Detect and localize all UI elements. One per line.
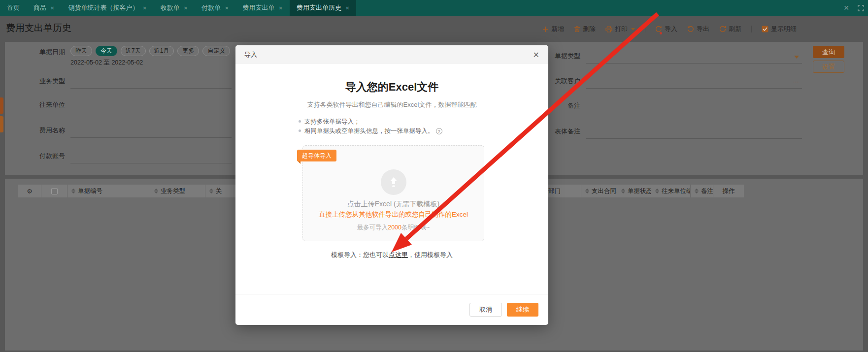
sort-icon[interactable]	[655, 189, 659, 193]
fullscreen-icon[interactable]	[858, 0, 864, 16]
sort-icon[interactable]	[209, 189, 213, 193]
printer-icon	[605, 26, 612, 32]
col-actions: 操作	[713, 185, 744, 197]
sort-icon[interactable]	[71, 189, 75, 193]
cancel-button[interactable]: 取消	[469, 303, 502, 317]
biz-type-input[interactable]	[70, 74, 232, 89]
ellipsis-icon[interactable]: ···	[793, 78, 799, 85]
col-expense-contract[interactable]: 支出合同...	[581, 185, 617, 197]
remark-input[interactable]	[586, 98, 802, 113]
continue-button[interactable]: 继续	[507, 303, 538, 317]
tab-close-icon[interactable]: ✕	[225, 5, 229, 11]
upload-link-text[interactable]: 直接上传您从其他软件导出的或您自己制作的Excel	[303, 210, 484, 219]
payment-account-input[interactable]	[70, 149, 232, 163]
date-preset-group: 昨天 今天 近7天 近1月 更多 自定义	[70, 46, 230, 56]
body-remark-input[interactable]	[586, 124, 802, 139]
page-title: 费用支出单历史	[6, 22, 71, 34]
refresh-icon	[719, 26, 726, 32]
upload-dropzone[interactable]: 超导体导入 点击上传Excel (无需下载模板) 直接上传您从其他软件导出的或您…	[302, 145, 484, 241]
filter-label-biz-type: 业务类型	[5, 77, 65, 86]
upload-circle	[381, 169, 406, 195]
super-import-badge: 超导体导入	[297, 150, 336, 161]
sort-icon[interactable]	[154, 189, 158, 193]
toolbar-divider	[645, 26, 645, 32]
dialog-footer: 取消 继续	[235, 294, 548, 325]
dialog-title: 导入	[244, 50, 257, 59]
checkbox-icon	[51, 188, 58, 194]
tab-close-icon[interactable]: ✕	[50, 5, 54, 11]
filter-label-counterparty: 往来单位	[5, 100, 65, 109]
export-icon	[687, 26, 694, 32]
toolbar-divider	[751, 26, 752, 32]
tab-goods[interactable]: 商品✕	[27, 0, 61, 16]
preset-today[interactable]: 今天	[96, 46, 117, 56]
doc-type-select[interactable]	[586, 49, 802, 64]
tab-receipt[interactable]: 收款单✕	[154, 0, 195, 16]
filter-label-expense-name: 费用名称	[5, 126, 65, 135]
sort-icon[interactable]	[585, 189, 589, 193]
tab-close-icon[interactable]: ✕	[345, 5, 349, 11]
dialog-close-icon[interactable]: ✕	[533, 50, 539, 60]
tab-close-icon[interactable]: ✕	[142, 5, 146, 11]
bullet-dot	[299, 129, 301, 132]
import-headline: 导入您的Excel文件	[235, 80, 548, 95]
chevron-down-icon	[631, 28, 635, 31]
side-tab[interactable]	[0, 97, 3, 114]
tab-home[interactable]: 首页	[0, 0, 27, 16]
note-line-1: 支持多张单据导入；	[299, 117, 442, 127]
import-dialog: 导入 ✕ 导入您的Excel文件 支持各类软件导出和您自己编辑的Excel文件，…	[235, 45, 548, 325]
expense-name-input[interactable]	[70, 123, 232, 138]
import-button[interactable]: 导入	[655, 25, 677, 33]
tab-expense[interactable]: 费用支出单✕	[236, 0, 290, 16]
import-icon	[655, 26, 662, 32]
click-here-link[interactable]: 点这里	[389, 251, 408, 258]
trash-icon	[574, 26, 580, 32]
template-import-line: 模板导入：您也可以点这里，使用模板导入	[235, 251, 548, 259]
import-notes: 支持多张单据导入； 相同单据头或空单据头信息，按一张单据导入。?	[299, 117, 442, 136]
related-customer-input[interactable]: ···	[586, 74, 802, 89]
add-button[interactable]: 新增	[542, 25, 564, 33]
counterparty-input[interactable]	[70, 97, 232, 112]
col-doc-number[interactable]: 单据编号	[67, 185, 150, 197]
show-detail-toggle[interactable]: 显示明细	[762, 25, 797, 33]
filter-label-date: 单据日期	[5, 48, 65, 57]
chevron-down-icon	[794, 56, 799, 59]
col-counterparty-code[interactable]: 往来单位编码	[651, 185, 691, 197]
select-all-cell[interactable]	[41, 185, 67, 197]
settings-button[interactable]: 设置	[813, 61, 844, 73]
upload-limit-text: 最多可导入2000条明细哦~	[303, 224, 484, 232]
tab-close-icon[interactable]: ✕	[184, 5, 188, 11]
window-close-icon[interactable]: ✕	[843, 0, 849, 16]
import-badge-dot	[660, 32, 662, 34]
preset-custom[interactable]: 自定义	[202, 46, 230, 56]
date-range-value[interactable]: 2022-05-02 至 2022-05-02	[70, 59, 143, 67]
sort-icon[interactable]	[695, 189, 699, 193]
col-biz-type[interactable]: 业务类型	[150, 185, 205, 197]
tab-expense-history[interactable]: 费用支出单历史✕	[290, 0, 356, 16]
column-settings-cell[interactable]: ⚙	[18, 185, 41, 197]
tab-bar: 首页 商品✕ 销货单统计表（按客户）✕ 收款单✕ 付款单✕ 费用支出单✕ 费用支…	[0, 0, 868, 16]
import-subtitle: 支持各类软件导出和您自己编辑的Excel文件，数据智能匹配	[235, 100, 548, 109]
delete-button[interactable]: 删除	[574, 25, 596, 33]
tab-close-icon[interactable]: ✕	[279, 5, 283, 11]
preset-7days[interactable]: 近7天	[121, 46, 146, 56]
col-remark[interactable]: 备注	[691, 185, 713, 197]
filter-label-payment-account: 付款账号	[5, 152, 65, 160]
export-button[interactable]: 导出	[687, 25, 709, 33]
help-icon[interactable]: ?	[436, 128, 442, 134]
col-doc-status[interactable]: 单据状态	[617, 185, 651, 197]
refresh-button[interactable]: 刷新	[719, 25, 741, 33]
tab-sales-report[interactable]: 销货单统计表（按客户）✕	[61, 0, 153, 16]
sort-icon[interactable]	[621, 189, 625, 193]
print-button[interactable]: 打印	[605, 25, 635, 33]
side-tab[interactable]	[0, 116, 3, 132]
preset-more[interactable]: 更多	[177, 46, 199, 56]
upload-main-text: 点击上传Excel (无需下载模板)	[303, 200, 484, 209]
tab-payment[interactable]: 付款单✕	[195, 0, 235, 16]
preset-yesterday[interactable]: 昨天	[70, 46, 92, 56]
note-line-2: 相同单据头或空单据头信息，按一张单据导入。?	[299, 127, 442, 136]
preset-1month[interactable]: 近1月	[149, 46, 174, 56]
plus-icon	[542, 26, 549, 32]
upload-arrow-icon	[388, 176, 399, 188]
query-button[interactable]: 查询	[813, 46, 844, 58]
